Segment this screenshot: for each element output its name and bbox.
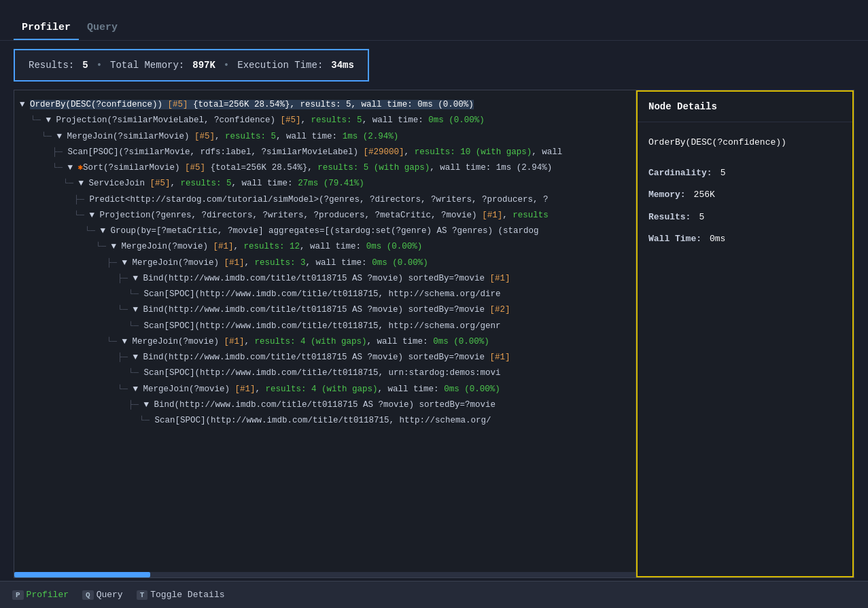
detail-order-by: OrderBy(DESC(?confidence)) xyxy=(648,133,841,153)
dot2: • xyxy=(224,60,229,71)
bottom-tab-profiler[interactable]: P Profiler xyxy=(5,587,75,603)
profiler-key: P xyxy=(12,590,24,600)
memory-value-detail: 256K xyxy=(694,185,715,205)
node-details-header: Node Details xyxy=(638,92,852,122)
tree-row-0[interactable]: ▼ OrderBy(DESC(?confidence)) [#5] {total… xyxy=(20,97,630,113)
tree-row-3[interactable]: ├─ Scan[PSOC](?similarMovie, rdfs:label,… xyxy=(20,145,630,160)
toggle-label: Toggle Details xyxy=(150,590,224,600)
tree-row-9[interactable]: └─ ▼ MergeJoin(?movie) [#1], results: 12… xyxy=(20,239,630,255)
tree-content[interactable]: ▼ OrderBy(DESC(?confidence)) [#5] {total… xyxy=(20,97,630,571)
tree-row-1[interactable]: └─ ▼ Projection(?similarMovieLabel, ?con… xyxy=(20,113,630,128)
tree-panel[interactable]: ▼ OrderBy(DESC(?confidence)) [#5] {total… xyxy=(14,90,636,577)
tree-row-6[interactable]: ├─ Predict<http://stardog.com/tutorial/s… xyxy=(20,192,630,208)
results-value-detail: 5 xyxy=(699,208,704,228)
stats-bar: Results: 5 • Total Memory: 897K • Execut… xyxy=(14,49,369,82)
tree-row-4[interactable]: └─ ▼ ✱Sort(?similarMovie) [#5] {total=25… xyxy=(20,160,630,176)
bottom-tab-toggle[interactable]: T Toggle Details xyxy=(130,587,232,603)
tree-row-10[interactable]: ├─ ▼ MergeJoin(?movie) [#1], results: 3,… xyxy=(20,255,630,271)
toggle-key: T xyxy=(137,590,148,600)
query-key: Q xyxy=(82,590,94,600)
detail-results: Results: 5 xyxy=(648,208,841,228)
tree-row-11[interactable]: ├─ ▼ Bind(http://www.imdb.com/title/tt01… xyxy=(20,271,630,287)
detail-cardinality: Cardinality: 5 xyxy=(648,164,841,183)
cardinality-label: Cardinality: xyxy=(648,164,712,183)
wall-time-label: Wall Time: xyxy=(648,230,701,249)
node-details-title: Node Details xyxy=(648,101,717,112)
tree-row-13[interactable]: └─ ▼ Bind(http://www.imdb.com/title/tt01… xyxy=(20,302,630,318)
tree-row-7[interactable]: └─ ▼ Projection(?genres, ?directors, ?wr… xyxy=(20,208,630,223)
results-value: 5 xyxy=(82,60,88,71)
results-label: Results: xyxy=(29,60,74,71)
tree-row-19[interactable]: ├─ ▼ Bind(http://www.imdb.com/title/tt01… xyxy=(20,397,630,413)
profiler-tab-label: Profiler xyxy=(22,22,71,33)
bottom-bar: P Profiler Q Query T Toggle Details xyxy=(0,581,868,608)
memory-value: 897K xyxy=(192,60,215,71)
memory-label-detail: Memory: xyxy=(648,185,686,205)
detail-wall-time: Wall Time: 0ms xyxy=(648,230,841,249)
results-label-detail: Results: xyxy=(648,208,691,228)
time-value: 34ms xyxy=(331,60,354,71)
tree-scrollbar[interactable] xyxy=(14,572,636,577)
wall-time-value: 0ms xyxy=(710,230,725,249)
main-area: ▼ OrderBy(DESC(?confidence)) [#5] {total… xyxy=(14,90,854,578)
tree-row-17[interactable]: └─ Scan[SPOC](http://www.imdb.com/title/… xyxy=(20,365,630,381)
query-tab-bottom-label: Query xyxy=(97,590,123,600)
cardinality-value: 5 xyxy=(721,164,726,183)
top-nav: Profiler Query xyxy=(0,0,868,41)
tree-row-12[interactable]: └─ Scan[SPOC](http://www.imdb.com/title/… xyxy=(20,287,630,302)
tab-query[interactable]: Query xyxy=(79,16,126,40)
memory-label: Total Memory: xyxy=(110,60,184,71)
tree-row-14[interactable]: └─ Scan[SPOC](http://www.imdb.com/title/… xyxy=(20,319,630,334)
bottom-tab-query[interactable]: Q Query xyxy=(75,587,130,603)
profiler-tab-bottom-label: Profiler xyxy=(27,590,69,600)
tree-row-8[interactable]: └─ ▼ Group(by=[?metaCritic, ?movie] aggr… xyxy=(20,223,630,239)
order-by-value: OrderBy(DESC(?confidence)) xyxy=(648,133,786,153)
tree-row-16[interactable]: ├─ ▼ Bind(http://www.imdb.com/title/tt01… xyxy=(20,350,630,365)
tree-row-18[interactable]: └─ ▼ MergeJoin(?movie) [#1], results: 4 … xyxy=(20,382,630,397)
node-details-panel: Node Details OrderBy(DESC(?confidence)) … xyxy=(636,90,854,577)
detail-memory: Memory: 256K xyxy=(648,185,841,205)
tree-row-2[interactable]: └─ ▼ MergeJoin(?similarMovie) [#5], resu… xyxy=(20,129,630,145)
node-details-content: OrderBy(DESC(?confidence)) Cardinality: … xyxy=(638,122,852,260)
tab-profiler[interactable]: Profiler xyxy=(14,16,79,40)
time-label: Execution Time: xyxy=(237,60,323,71)
tree-scrollbar-thumb[interactable] xyxy=(14,572,150,577)
query-tab-label: Query xyxy=(87,22,118,33)
tree-row-15[interactable]: └─ ▼ MergeJoin(?movie) [#1], results: 4 … xyxy=(20,334,630,350)
tree-row-20[interactable]: └─ Scan[SPOC](http://www.imdb.com/title/… xyxy=(20,413,630,429)
dot1: • xyxy=(97,60,102,71)
tree-row-5[interactable]: └─ ▼ ServiceJoin [#5], results: 5, wall … xyxy=(20,176,630,192)
